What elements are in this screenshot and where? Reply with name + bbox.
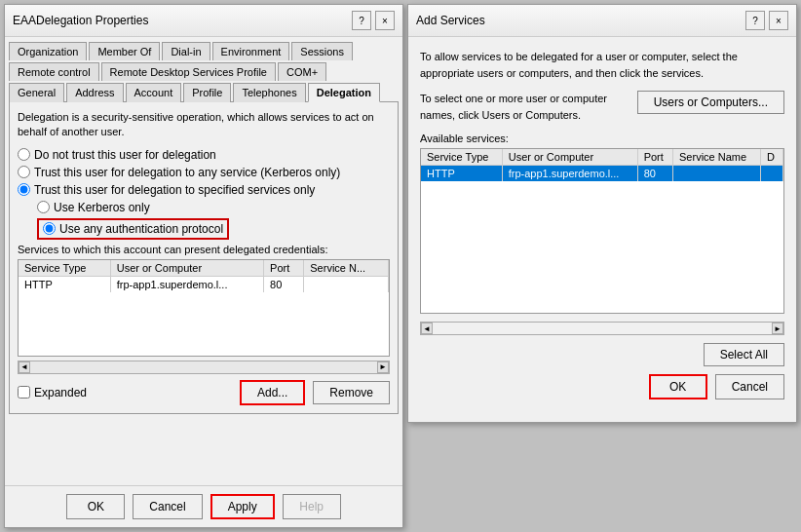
- tab-profile[interactable]: Profile: [183, 83, 231, 102]
- services-table[interactable]: Service Type User or Computer Port Servi…: [18, 259, 390, 357]
- help-footer-button[interactable]: Help: [283, 494, 341, 519]
- expanded-checkbox[interactable]: [18, 386, 30, 399]
- add-cell-d: [761, 166, 783, 182]
- services-label: Services to which this account can prese…: [18, 244, 390, 255]
- add-dialog-title-bar: Add Services ? ×: [408, 5, 796, 37]
- select-all-button[interactable]: Select All: [704, 343, 784, 366]
- table-buttons: Expanded Add... Remove: [18, 380, 390, 405]
- cell-service-name: [304, 276, 389, 292]
- add-cell-service-type: HTTP: [421, 166, 502, 182]
- tabs-container: Organization Member Of Dial-in Environme…: [5, 37, 402, 101]
- add-scroll-left[interactable]: ◄: [421, 323, 433, 334]
- main-title-buttons: ? ×: [352, 11, 395, 30]
- add-col-d: D: [761, 149, 783, 166]
- close-button[interactable]: ×: [375, 11, 395, 30]
- add-dialog-close-btn[interactable]: ×: [769, 11, 788, 30]
- tab-dial-in[interactable]: Dial-in: [162, 42, 210, 60]
- radio-trust-any-input[interactable]: [18, 166, 30, 178]
- main-dialog-footer: OK Cancel Apply Help: [5, 485, 402, 527]
- help-button[interactable]: ?: [352, 11, 371, 30]
- expanded-check: Expanded: [18, 386, 87, 399]
- add-cell-port: 80: [637, 166, 672, 182]
- scroll-right-btn[interactable]: ►: [377, 361, 389, 373]
- radio-do-not-trust: Do not trust this user for delegation: [18, 148, 390, 162]
- radio-trust-any-label: Trust this user for delegation to any se…: [34, 166, 340, 179]
- radio-trust-specified-label: Trust this user for delegation to specif…: [34, 183, 315, 197]
- add-dialog-footer: OK Cancel: [420, 374, 784, 399]
- tab-general[interactable]: General: [9, 83, 64, 102]
- radio-trust-specified: Trust this user for delegation to specif…: [18, 183, 390, 197]
- tab-row-3: General Address Account Profile Telephon…: [9, 82, 399, 101]
- radio-any-auth: Use any authentication protocol: [37, 218, 390, 240]
- col-user-computer: User or Computer: [110, 260, 263, 277]
- tab-row-1: Organization Member Of Dial-in Environme…: [9, 41, 399, 59]
- add-select-row: To select one or more user or computer n…: [420, 91, 784, 123]
- radio-trust-specified-input[interactable]: [18, 183, 30, 196]
- scroll-track: [30, 361, 377, 373]
- tab-address[interactable]: Address: [66, 83, 123, 102]
- add-dialog-content: To allow services to be delegated for a …: [408, 37, 796, 411]
- col-service-name: Service N...: [304, 260, 389, 277]
- ok-button[interactable]: OK: [66, 494, 125, 519]
- users-computers-button[interactable]: Users or Computers...: [637, 91, 784, 114]
- add-select-text: To select one or more user or computer n…: [420, 91, 629, 123]
- radio-kerberos-only-label: Use Kerberos only: [54, 201, 150, 214]
- add-horizontal-scrollbar[interactable]: ◄ ►: [420, 322, 784, 335]
- tab-com-plus[interactable]: COM+: [278, 62, 326, 81]
- available-services-table[interactable]: Service Type User or Computer Port Servi…: [420, 148, 784, 314]
- add-ok-button[interactable]: OK: [649, 374, 707, 399]
- tab-organization[interactable]: Organization: [9, 42, 87, 60]
- add-description: To allow services to be delegated for a …: [420, 49, 784, 81]
- add-col-user-computer: User or Computer: [502, 149, 637, 166]
- radio-trust-any: Trust this user for delegation to any se…: [18, 166, 390, 179]
- radio-any-auth-highlight: Use any authentication protocol: [37, 218, 229, 240]
- radio-group: Do not trust this user for delegation Tr…: [18, 148, 390, 240]
- add-table-row[interactable]: HTTP frp-app1.superdemo.l... 80: [421, 166, 783, 182]
- scroll-left-btn[interactable]: ◄: [19, 361, 30, 373]
- add-cell-service-name: [673, 166, 761, 182]
- cancel-button[interactable]: Cancel: [133, 494, 202, 519]
- expanded-label: Expanded: [34, 386, 87, 399]
- add-bottom-row: Select All: [420, 343, 784, 366]
- add-scroll-right[interactable]: ►: [772, 323, 783, 334]
- tab-row-2: Remote control Remote Desktop Services P…: [9, 61, 399, 80]
- main-title-bar: EAADelegation Properties ? ×: [5, 5, 402, 37]
- cell-port: 80: [264, 276, 304, 292]
- tab-sessions[interactable]: Sessions: [291, 42, 353, 60]
- main-dialog: EAADelegation Properties ? × Organizatio…: [4, 4, 403, 528]
- tab-delegation[interactable]: Delegation: [308, 83, 380, 102]
- remove-button[interactable]: Remove: [313, 381, 390, 404]
- add-button[interactable]: Add...: [240, 380, 305, 405]
- tab-remote-desktop[interactable]: Remote Desktop Services Profile: [101, 62, 276, 81]
- tab-telephones[interactable]: Telephones: [233, 83, 305, 102]
- col-port: Port: [264, 260, 304, 277]
- radio-do-not-trust-label: Do not trust this user for delegation: [34, 148, 216, 162]
- radio-do-not-trust-input[interactable]: [18, 148, 30, 161]
- available-services-label: Available services:: [420, 133, 784, 144]
- tab-member-of[interactable]: Member Of: [89, 42, 160, 60]
- horizontal-scrollbar[interactable]: ◄ ►: [18, 361, 390, 374]
- delegation-description: Delegation is a security-sensitive opera…: [18, 110, 390, 140]
- add-cancel-button[interactable]: Cancel: [715, 374, 784, 399]
- add-col-port: Port: [637, 149, 672, 166]
- tab-content-delegation: Delegation is a security-sensitive opera…: [9, 101, 399, 414]
- add-col-service-name: Service Name: [673, 149, 761, 166]
- tab-remote-control[interactable]: Remote control: [9, 62, 99, 81]
- tab-environment[interactable]: Environment: [212, 42, 290, 60]
- cell-user-computer: frp-app1.superdemo.l...: [110, 276, 263, 292]
- add-col-service-type: Service Type: [421, 149, 502, 166]
- cell-service-type: HTTP: [19, 276, 110, 292]
- apply-button[interactable]: Apply: [210, 494, 275, 519]
- radio-kerberos-only-input[interactable]: [37, 201, 50, 213]
- table-row[interactable]: HTTP frp-app1.superdemo.l... 80: [19, 276, 389, 292]
- col-service-type: Service Type: [19, 260, 110, 277]
- main-dialog-title: EAADelegation Properties: [13, 14, 148, 27]
- tab-account[interactable]: Account: [126, 83, 182, 102]
- available-table-wrapper: Service Type User or Computer Port Servi…: [420, 148, 784, 314]
- radio-kerberos-only: Use Kerberos only: [37, 201, 390, 214]
- add-dialog-title: Add Services: [416, 14, 485, 27]
- radio-any-auth-label: Use any authentication protocol: [59, 222, 223, 236]
- radio-any-auth-input[interactable]: [43, 222, 56, 235]
- add-dialog-help-btn[interactable]: ?: [745, 11, 765, 30]
- add-cell-user-computer: frp-app1.superdemo.l...: [502, 166, 637, 182]
